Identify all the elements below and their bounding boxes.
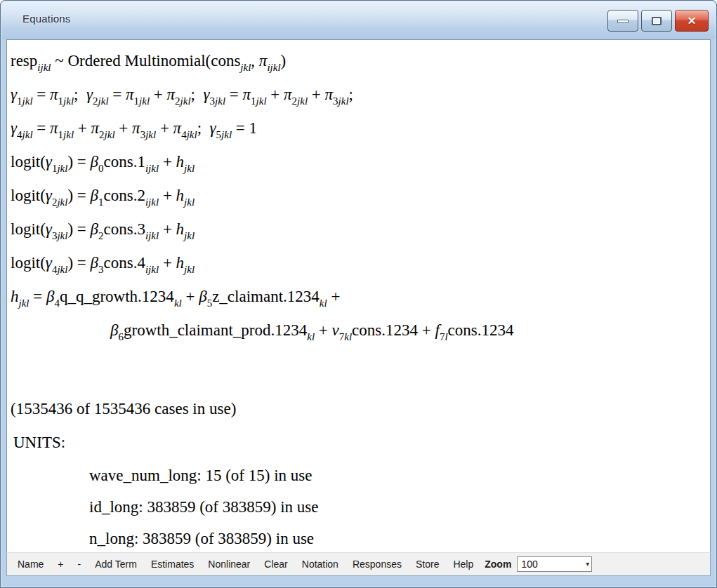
equation-token[interactable]: jkl (215, 95, 225, 107)
equation-token[interactable]: jkl (240, 62, 251, 73)
equation-token[interactable]: π (243, 86, 251, 103)
equation-token[interactable]: 2 (93, 95, 98, 107)
equation-token[interactable]: + (159, 153, 176, 171)
toolbar-button-name[interactable]: Name (11, 556, 51, 573)
equation-line[interactable]: β6growth_claimant_prod.1234kl + v7klcons… (7, 314, 710, 347)
equation-token[interactable]: π (167, 86, 176, 103)
equation-token[interactable]: jkl (57, 163, 67, 174)
toolbar-button-nonlinear[interactable]: Nonlinear (201, 556, 257, 573)
equation-token[interactable]: ; (191, 86, 204, 103)
equation-token[interactable]: jkl (256, 95, 267, 107)
equation-token[interactable]: γ (11, 119, 17, 137)
toolbar-button-store[interactable]: Store (409, 556, 446, 573)
equation-token[interactable]: β (199, 288, 206, 305)
equation-token[interactable]: growth_claimant_prod.1234 (124, 321, 307, 339)
equation-line[interactable]: logit(γ1jkl) = β0cons.1ijkl + hjkl (7, 145, 710, 179)
equation-token[interactable]: = (29, 288, 46, 305)
maximize-button[interactable] (641, 10, 672, 32)
equation-token[interactable]: 1 (251, 95, 256, 107)
equation-token[interactable]: π (50, 119, 58, 137)
equation-token[interactable]: 6 (118, 331, 124, 342)
equation-token[interactable]: 2 (175, 95, 180, 107)
equation-token[interactable]: 2 (292, 95, 298, 107)
equation-token[interactable]: 3 (140, 129, 146, 140)
toolbar-button-add-term[interactable]: Add Term (88, 556, 144, 573)
equation-token[interactable]: + (150, 86, 166, 103)
equation-token[interactable]: γ (203, 86, 209, 103)
equation-token[interactable]: π (132, 119, 140, 137)
title-bar[interactable]: Equations ✕ (1, 1, 716, 39)
equation-token[interactable]: logit( (11, 254, 46, 272)
equation-token[interactable]: cons.2 (104, 187, 145, 204)
equation-token[interactable]: cons.3 (104, 220, 145, 238)
equation-line[interactable]: logit(γ4jkl) = β3cons.4ijkl + hjkl (7, 246, 710, 280)
equation-token[interactable]: 1 (58, 129, 64, 140)
equation-token[interactable]: jkl (297, 95, 308, 107)
equation-token[interactable]: jkl (145, 129, 156, 140)
equation-token[interactable]: ijkl (145, 264, 159, 275)
equation-token[interactable]: ijkl (145, 196, 159, 208)
equation-token[interactable]: + (267, 86, 284, 103)
equation-token[interactable]: jkl (63, 95, 74, 107)
equation-token[interactable]: ; (349, 86, 353, 103)
equation-token[interactable]: jkl (57, 230, 67, 241)
equation-token[interactable]: 1 (17, 95, 22, 107)
equation-line[interactable]: hjkl = β4q_q_growth.1234kl + β5z_claiman… (7, 280, 710, 314)
equation-token[interactable]: ) (281, 52, 287, 69)
equation-token[interactable]: + (156, 119, 173, 137)
equation-token[interactable]: cons.1234 + (352, 321, 435, 339)
equation-token[interactable]: jkl (184, 264, 195, 275)
equation-token[interactable]: kl (307, 331, 315, 342)
equation-token[interactable]: h (176, 220, 185, 238)
equation-token[interactable]: jkl (184, 196, 195, 208)
equation-token[interactable]: π (284, 86, 292, 103)
equation-token[interactable]: jkl (98, 95, 109, 107)
equation-token[interactable]: jkl (105, 129, 115, 140)
equation-token[interactable]: = (33, 119, 50, 137)
equation-token[interactable]: β (110, 321, 118, 339)
equation-token[interactable]: 4 (181, 129, 187, 140)
toolbar-button-minus[interactable]: - (71, 556, 88, 573)
equation-token[interactable]: jkl (57, 264, 67, 275)
equation-token[interactable]: 2 (98, 230, 104, 241)
equation-token[interactable]: 3 (333, 95, 338, 107)
equation-token[interactable]: ijkl (267, 62, 280, 73)
equation-token[interactable]: = (109, 86, 126, 103)
toolbar-button-estimates[interactable]: Estimates (144, 556, 201, 573)
toolbar-button-help[interactable]: Help (446, 556, 480, 573)
close-button[interactable]: ✕ (675, 10, 709, 32)
minimize-button[interactable] (607, 10, 638, 32)
equation-line[interactable]: respijkl ~ Ordered Multinomial(consjkl, … (7, 44, 710, 78)
equation-token[interactable]: γ (11, 86, 17, 103)
equation-token[interactable]: kl (320, 298, 327, 309)
equation-token[interactable]: + (159, 187, 176, 204)
equation-token[interactable]: 3 (98, 264, 104, 275)
equation-token[interactable]: β (91, 220, 98, 238)
equation-token[interactable]: β (91, 187, 98, 204)
equation-token[interactable]: v (332, 321, 339, 339)
equation-line[interactable]: logit(γ2jkl) = β1cons.2ijkl + hjkl (7, 179, 710, 213)
equation-token[interactable]: cons.1234 (448, 321, 514, 339)
toolbar-button-responses[interactable]: Responses (346, 556, 409, 573)
equation-token[interactable]: + (315, 321, 331, 339)
equation-token[interactable]: 2 (99, 129, 105, 140)
equation-token[interactable]: z_claimant.1234 (212, 288, 320, 305)
equation-token[interactable]: β (91, 254, 98, 272)
equation-token[interactable]: ; (197, 119, 210, 137)
equation-token[interactable]: 3 (210, 95, 216, 107)
equation-token[interactable]: β (91, 153, 98, 171)
equation-token[interactable]: jkl (338, 95, 349, 107)
equation-token[interactable]: ~ Ordered Multinomial(cons (51, 52, 241, 69)
equation-token[interactable]: 0 (98, 163, 104, 174)
equation-token[interactable]: + (115, 119, 132, 137)
equation-token[interactable]: = (225, 86, 242, 103)
equation-token[interactable]: γ (46, 220, 52, 238)
equation-token[interactable]: γ (210, 119, 216, 137)
equation-token[interactable]: ) = (67, 153, 90, 171)
equation-token[interactable]: 1 (98, 196, 104, 208)
equation-token[interactable]: + (159, 220, 176, 238)
equation-token[interactable]: h (176, 153, 185, 171)
equation-token[interactable]: = (33, 86, 50, 103)
equation-token[interactable]: kl (174, 298, 182, 309)
equation-token[interactable]: γ (46, 187, 52, 204)
